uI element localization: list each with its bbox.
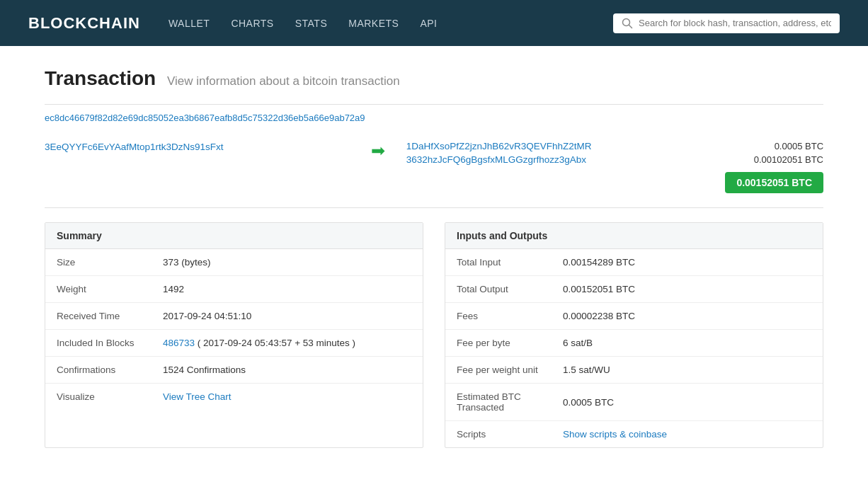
summary-blocks-value: 486733 ( 2017-09-24 05:43:57 + 53 minute…	[163, 338, 355, 348]
summary-weight-value: 1492	[163, 284, 184, 294]
io-fee-per-weight-value: 1.5 sat/WU	[563, 365, 610, 375]
io-estimated-btc-row: Estimated BTC Transacted 0.0005 BTC	[445, 384, 823, 421]
amount-1: 0.0005 BTC	[775, 141, 823, 151]
summary-received-value: 2017-09-24 04:51:10	[163, 311, 251, 321]
show-scripts-link[interactable]: Show scripts & coinbase	[563, 429, 667, 440]
io-total-output-row: Total Output 0.00152051 BTC	[445, 276, 823, 303]
io-estimated-btc-value: 0.0005 BTC	[563, 397, 614, 408]
io-total-output-label: Total Output	[457, 284, 563, 294]
nav-stats[interactable]: STATS	[295, 18, 328, 29]
io-scripts-label: Scripts	[457, 429, 563, 440]
to-address-2-link[interactable]: 3632hzJcFQ6gBgsfxMLGGzgrfhozz3gAbx	[406, 154, 712, 165]
io-fees-row: Fees 0.00002238 BTC	[445, 303, 823, 330]
block-time: ( 2017-09-24 05:43:57 + 53 minutes )	[195, 338, 355, 348]
io-estimated-btc-label: Estimated BTC Transacted	[457, 391, 563, 413]
summary-size-label: Size	[57, 257, 163, 268]
tx-hash-link[interactable]: ec8dc46679f82d82e69dc85052ea3b6867eafb8d…	[45, 113, 365, 123]
summary-section: Summary Size 373 (bytes) Weight 1492 Rec…	[45, 222, 423, 448]
arrow-right-icon: ➡	[371, 141, 385, 161]
summary-received-row: Received Time 2017-09-24 04:51:10	[45, 303, 423, 330]
page-content: Transaction View information about a bit…	[23, 46, 845, 482]
io-fee-per-weight-label: Fee per weight unit	[457, 365, 563, 375]
io-total-input-row: Total Input 0.00154289 BTC	[445, 249, 823, 276]
io-total-input-label: Total Input	[457, 257, 563, 268]
io-fee-per-byte-label: Fee per byte	[457, 338, 563, 348]
summary-visualize-label: Visualize	[57, 391, 163, 402]
summary-confirmations-label: Confirmations	[57, 365, 163, 375]
summary-size-row: Size 373 (bytes)	[45, 249, 423, 276]
tx-addresses-row: 3EeQYYFc6EvYAafMtop1rtk3DzNs91sFxt ➡ 1Da…	[45, 130, 823, 208]
search-icon	[622, 18, 633, 29]
summary-weight-label: Weight	[57, 284, 163, 294]
tx-hash-row: ec8dc46679f82d82e69dc85052ea3b6867eafb8d…	[45, 104, 823, 130]
amount-2: 0.00102051 BTC	[754, 154, 823, 165]
summary-weight-row: Weight 1492	[45, 276, 423, 303]
tx-to: 1DaHfXsoPfZ2jznJhB62vR3QEVFhhZ2tMR 3632h…	[406, 141, 712, 165]
search-bar	[613, 13, 840, 33]
total-amount-button[interactable]: 0.00152051 BTC	[725, 172, 823, 193]
page-subtitle: View information about a bitcoin transac…	[167, 74, 400, 88]
site-logo[interactable]: BLOCKCHAIN	[28, 14, 140, 33]
nav-api[interactable]: API	[420, 18, 437, 29]
from-address-link[interactable]: 3EeQYYFc6EvYAafMtop1rtk3DzNs91sFxt	[45, 142, 224, 152]
two-column-section: Summary Size 373 (bytes) Weight 1492 Rec…	[45, 222, 823, 448]
tx-from: 3EeQYYFc6EvYAafMtop1rtk3DzNs91sFxt	[45, 141, 350, 152]
page-title: Transaction	[45, 67, 156, 89]
main-nav: WALLET CHARTS STATS MARKETS API	[169, 18, 585, 29]
io-fee-per-weight-row: Fee per weight unit 1.5 sat/WU	[445, 357, 823, 384]
summary-confirmations-value: 1524 Confirmations	[163, 365, 246, 375]
summary-blocks-row: Included In Blocks 486733 ( 2017-09-24 0…	[45, 330, 423, 357]
nav-wallet[interactable]: WALLET	[169, 18, 210, 29]
summary-received-label: Received Time	[57, 311, 163, 321]
io-scripts-value: Show scripts & coinbase	[563, 429, 667, 440]
page-title-section: Transaction View information about a bit…	[45, 67, 823, 90]
summary-visualize-value: View Tree Chart	[163, 391, 232, 402]
summary-blocks-label: Included In Blocks	[57, 338, 163, 348]
io-fees-value: 0.00002238 BTC	[563, 311, 635, 321]
to-address-1-link[interactable]: 1DaHfXsoPfZ2jznJhB62vR3QEVFhhZ2tMR	[406, 141, 712, 151]
nav-charts[interactable]: CHARTS	[231, 18, 273, 29]
summary-confirmations-row: Confirmations 1524 Confirmations	[45, 357, 423, 384]
inputs-outputs-header: Inputs and Outputs	[445, 223, 823, 249]
summary-size-value: 373 (bytes)	[163, 257, 211, 268]
inputs-outputs-section: Inputs and Outputs Total Input 0.0015428…	[445, 222, 823, 448]
tx-amounts: 0.0005 BTC 0.00102051 BTC 0.00152051 BTC	[725, 141, 823, 193]
io-fee-per-byte-row: Fee per byte 6 sat/B	[445, 330, 823, 357]
arrow-container: ➡	[350, 141, 406, 161]
search-input[interactable]	[639, 18, 831, 28]
io-fees-label: Fees	[457, 311, 563, 321]
summary-visualize-row: Visualize View Tree Chart	[45, 384, 423, 410]
io-total-input-value: 0.00154289 BTC	[563, 257, 635, 268]
view-tree-chart-link[interactable]: View Tree Chart	[163, 391, 232, 402]
summary-header: Summary	[45, 223, 423, 249]
io-fee-per-byte-value: 6 sat/B	[563, 338, 593, 348]
io-scripts-row: Scripts Show scripts & coinbase	[445, 421, 823, 447]
block-number-link[interactable]: 486733	[163, 338, 195, 348]
io-total-output-value: 0.00152051 BTC	[563, 284, 635, 294]
svg-line-1	[629, 25, 632, 28]
nav-markets[interactable]: MARKETS	[348, 18, 399, 29]
